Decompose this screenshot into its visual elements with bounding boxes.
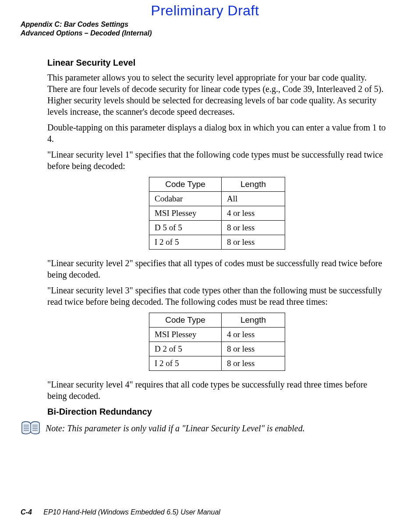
- section-heading-bidirection: Bi-Direction Redundancy: [47, 406, 387, 417]
- table-cell: 8 or less: [222, 356, 285, 371]
- table-cell: I 2 of 5: [149, 356, 222, 371]
- header-line-1: Appendix C: Bar Codes Settings: [21, 20, 152, 29]
- page-header: Appendix C: Bar Codes Settings Advanced …: [21, 20, 152, 38]
- table-header-row: Code Type Length: [149, 177, 285, 192]
- header-line-2: Advanced Options – Decoded (Internal): [21, 29, 152, 38]
- table-row: MSI Plessey 4 or less: [149, 328, 285, 342]
- table-cell: 8 or less: [222, 221, 285, 235]
- table-cell: 8 or less: [222, 235, 285, 250]
- table-row: I 2 of 5 8 or less: [149, 356, 285, 371]
- book-icon: [20, 421, 41, 436]
- code-type-table-1: Code Type Length Codabar All MSI Plessey…: [149, 177, 285, 250]
- page-number: C-4: [21, 508, 32, 516]
- page-content: Linear Security Level This parameter all…: [47, 57, 387, 436]
- table-cell: 4 or less: [222, 206, 285, 221]
- table-header-row: Code Type Length: [149, 313, 285, 328]
- paragraph: Double-tapping on this parameter display…: [47, 122, 387, 144]
- table-row: D 5 of 5 8 or less: [149, 221, 285, 235]
- table-cell: D 2 of 5: [149, 342, 222, 356]
- table-header-cell: Code Type: [149, 177, 222, 192]
- table-cell: MSI Plessey: [149, 206, 222, 221]
- paragraph: This parameter allows you to select the …: [47, 72, 387, 117]
- paragraph: "Linear security level 1" specifies that…: [47, 149, 387, 172]
- paragraph: "Linear security level 4" requires that …: [47, 379, 387, 402]
- code-type-table-2: Code Type Length MSI Plessey 4 or less D…: [149, 313, 285, 371]
- table-row: I 2 of 5 8 or less: [149, 235, 285, 250]
- table-row: MSI Plessey 4 or less: [149, 206, 285, 221]
- table-cell: D 5 of 5: [149, 221, 222, 235]
- table-header-cell: Length: [222, 177, 285, 192]
- document-page: Preliminary Draft Appendix C: Bar Codes …: [0, 0, 410, 532]
- table-header-cell: Code Type: [149, 313, 222, 328]
- paragraph: "Linear security level 3" specifies that…: [47, 285, 387, 307]
- page-footer: C-4 EP10 Hand-Held (Windows Embedded 6.5…: [21, 508, 220, 516]
- table-header-cell: Length: [222, 313, 285, 328]
- table-cell: Codabar: [149, 192, 222, 206]
- table-row: Codabar All: [149, 192, 285, 206]
- table-cell: I 2 of 5: [149, 235, 222, 250]
- section-heading-linear-security: Linear Security Level: [47, 57, 387, 68]
- paragraph: "Linear security level 2" specifies that…: [47, 257, 387, 280]
- note-text: Note: This parameter is only valid if a …: [46, 421, 305, 434]
- table-row: D 2 of 5 8 or less: [149, 342, 285, 356]
- table-cell: 4 or less: [222, 328, 285, 342]
- watermark-text: Preliminary Draft: [0, 3, 410, 19]
- footer-book-title: EP10 Hand-Held (Windows Embedded 6.5) Us…: [43, 508, 220, 516]
- table-cell: MSI Plessey: [149, 328, 222, 342]
- table-cell: All: [222, 192, 285, 206]
- table-cell: 8 or less: [222, 342, 285, 356]
- note-block: Note: This parameter is only valid if a …: [20, 421, 387, 436]
